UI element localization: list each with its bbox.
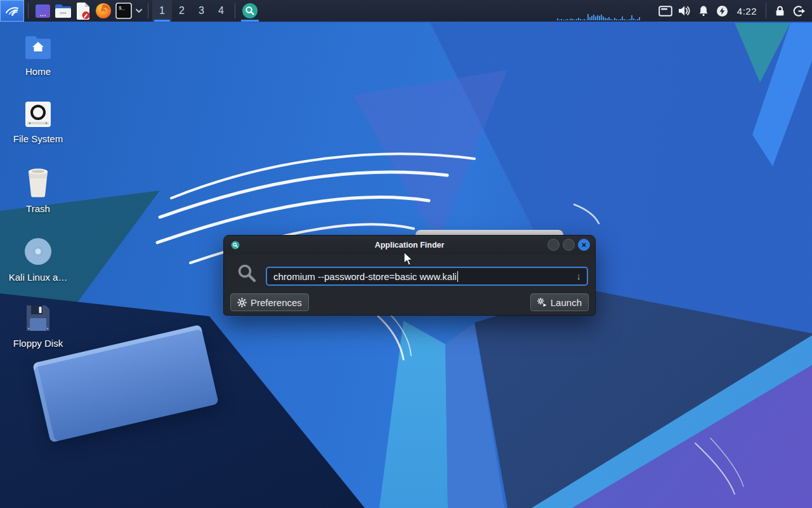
clock-label: 4:22 (737, 6, 757, 17)
text-caret (457, 271, 459, 282)
history-dropdown-arrow-icon[interactable]: ↓ (577, 271, 582, 281)
chevron-down-icon (135, 8, 143, 13)
maximize-button[interactable] (563, 239, 575, 251)
log-out-button[interactable] (789, 0, 808, 22)
launcher-file-manager[interactable] (53, 0, 73, 22)
power-manager-icon (716, 5, 728, 17)
launch-button[interactable]: Launch (530, 293, 589, 311)
desktop-screen: $_ 1 2 3 4 (0, 0, 812, 508)
terminal-glyph: $_ (119, 5, 125, 11)
floppy-disk-icon (23, 304, 53, 333)
terminal-dropdown-chevron[interactable] (134, 0, 144, 22)
launcher-window-switcher[interactable] (32, 0, 53, 22)
cdrom-icon (23, 236, 53, 267)
kali-menu-button[interactable] (0, 0, 24, 22)
workspace-1[interactable]: 1 (152, 0, 172, 22)
panel-separator (766, 3, 766, 18)
window-title: Application Finder (224, 241, 595, 250)
workspace-3[interactable]: 3 (192, 0, 211, 22)
tray-display-item[interactable] (656, 0, 675, 22)
file-system-drive-icon (24, 100, 52, 128)
lock-screen-button[interactable] (770, 0, 789, 22)
search-input-value: chromium --password-store=basic www.kali (273, 271, 457, 282)
desktop-icon-label: Kali Linux a… (9, 272, 68, 283)
desktop-icon-home[interactable]: Home (5, 34, 71, 77)
search-icon (237, 263, 257, 283)
panel-separator (235, 3, 235, 18)
text-editor-icon (75, 3, 91, 20)
workspace-2-label: 2 (179, 5, 185, 17)
search-input[interactable]: chromium --password-store=basic www.kali… (266, 267, 588, 286)
display-icon (658, 6, 672, 17)
launcher-text-editor[interactable] (73, 0, 93, 22)
terminal-icon: $_ (115, 3, 132, 19)
tray-notifications-item[interactable] (694, 0, 713, 22)
preferences-button-label: Preferences (251, 297, 302, 308)
panel-separator (148, 3, 148, 18)
network-monitor-graph (557, 12, 641, 20)
window-switcher-icon (35, 3, 51, 19)
workspace-1-label: 1 (159, 5, 165, 17)
launch-button-label: Launch (551, 297, 582, 308)
launcher-terminal[interactable]: $_ (114, 0, 134, 22)
kali-logo-icon (4, 3, 20, 19)
file-manager-icon (55, 4, 72, 18)
workspace-4-label: 4 (218, 5, 224, 17)
trash-icon (23, 166, 53, 198)
log-out-icon (793, 5, 805, 17)
workspace-4[interactable]: 4 (211, 0, 231, 22)
application-finder-window: Application Finder × chromium --password… (223, 235, 596, 316)
window-icon-application-finder (231, 241, 240, 250)
home-folder-icon (23, 34, 53, 61)
top-panel: $_ 1 2 3 4 (0, 0, 812, 23)
lock-icon (775, 5, 785, 17)
panel-separator (28, 3, 29, 18)
preferences-button[interactable]: Preferences (230, 293, 309, 311)
tray-volume-item[interactable] (675, 0, 694, 22)
taskbar-application-finder[interactable] (239, 0, 261, 22)
desktop-icon-label: Floppy Disk (13, 338, 63, 349)
desktop-icon-kali-linux-cd[interactable]: Kali Linux a… (5, 236, 71, 283)
desktop-icon-trash[interactable]: Trash (5, 166, 71, 214)
workspace-2[interactable]: 2 (172, 0, 192, 22)
launcher-firefox[interactable] (93, 0, 114, 22)
clock[interactable]: 4:22 (732, 0, 762, 22)
application-finder-icon (242, 3, 258, 19)
close-icon: × (582, 240, 587, 250)
firefox-icon (95, 3, 112, 19)
desktop-icon-label: File System (13, 133, 63, 144)
minimize-button[interactable] (547, 239, 560, 251)
desktop-icon-floppy-disk[interactable]: Floppy Disk (5, 304, 71, 349)
desktop-icon-label: Home (25, 66, 51, 77)
desktop-icon-file-system[interactable]: File System (5, 100, 71, 144)
workspace-3-label: 3 (199, 5, 204, 17)
close-button[interactable]: × (578, 239, 590, 251)
gear-icon (237, 298, 247, 307)
volume-icon (678, 5, 691, 17)
tray-power-manager-item[interactable] (713, 0, 732, 22)
mouse-cursor (403, 251, 416, 266)
bell-icon (698, 5, 709, 17)
launch-icon (537, 298, 547, 307)
desktop-icon-label: Trash (26, 203, 50, 214)
